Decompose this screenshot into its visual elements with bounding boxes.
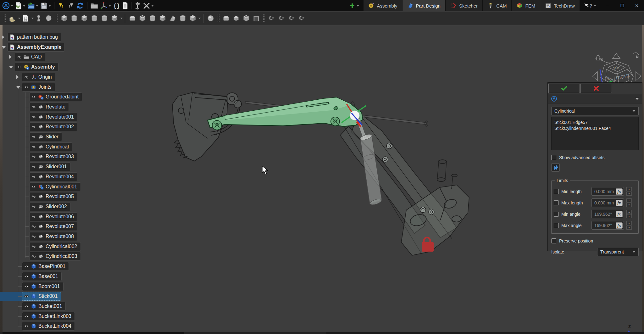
maximize-button[interactable]: ❐ [615, 0, 630, 11]
toolbar-grip[interactable] [55, 14, 58, 22]
checkbox-icon[interactable] [551, 155, 556, 160]
tree-item-pill[interactable]: Revolute008 [29, 232, 77, 241]
max-length-checkbox[interactable] [554, 200, 559, 205]
tree-item-pill[interactable]: Boom001 [22, 282, 64, 291]
tree-item-slider[interactable]: Slider [0, 132, 145, 142]
max-length-spinner[interactable]: ▲▼ [626, 198, 632, 207]
open-document-button[interactable] [26, 1, 39, 10]
tree-item-pill[interactable]: Origin [22, 73, 55, 81]
tree-item-cylindrical001[interactable]: Cylindrical001 [0, 182, 145, 192]
tree-item-pill[interactable]: Base001 [22, 272, 62, 281]
tree-item-pill[interactable]: Revolute006 [29, 212, 77, 221]
tab-fem[interactable]: FEM [512, 0, 540, 11]
tree-item-pill[interactable]: Revolute001 [29, 113, 77, 121]
tree-item-cad[interactable]: CAD [0, 52, 145, 62]
tree-item-pill[interactable]: Slider002 [29, 202, 70, 211]
isolate-select[interactable]: Transparent [597, 248, 639, 256]
pocket-button[interactable] [127, 13, 137, 24]
groove-button[interactable] [147, 13, 158, 24]
tree-item-pill[interactable]: Bucket001 [22, 302, 66, 311]
tree-item-pill[interactable]: Slider001 [29, 162, 70, 171]
tree-item-pill[interactable]: Revolute007 [29, 222, 77, 231]
expand--arrow-icon[interactable] [9, 55, 12, 59]
cancel-button[interactable] [580, 84, 612, 93]
tree-item-revolute006[interactable]: Revolute006 [0, 212, 145, 222]
macro-button[interactable]: {} [112, 1, 121, 10]
tree-item-basepin001[interactable]: BasePin001 [0, 262, 145, 271]
boom-part[interactable] [340, 112, 469, 255]
expand-collapse-arrow-icon[interactable] [2, 46, 6, 49]
tab-sketcher[interactable]: Sketcher [446, 0, 483, 11]
fillet-button[interactable] [221, 13, 231, 24]
tree-item-pill[interactable]: CAD [15, 53, 45, 61]
tree-item-cylindrical003[interactable]: Cylindrical003 [0, 252, 145, 261]
tree-item-cylindrical002[interactable]: Cylindrical002 [0, 242, 145, 252]
tree-item-stick001[interactable]: Stick001 [0, 292, 145, 301]
tree-item-pill[interactable]: Stick001 [22, 292, 61, 301]
tree-item-pill[interactable]: BucketLink004 [22, 322, 75, 331]
expression-fx-icon[interactable]: fx [616, 200, 623, 206]
boolean-button[interactable] [206, 13, 216, 24]
subtractive-helix-button[interactable] [178, 13, 188, 24]
undo-button[interactable] [57, 1, 66, 10]
thickness-button[interactable] [251, 13, 261, 24]
min-angle-spinner[interactable]: ▲▼ [626, 210, 632, 218]
shape-binder-button[interactable] [44, 13, 54, 24]
attach-sketch-button[interactable] [34, 13, 44, 24]
additive-loft-button[interactable] [79, 13, 89, 24]
tree-item-pattern-button-bug[interactable]: pattern button bug [0, 32, 145, 42]
freecad-logo-button[interactable] [1, 1, 14, 10]
save-document-button[interactable] [39, 1, 52, 10]
refresh-button[interactable] [75, 1, 85, 10]
tree-item-assembly[interactable]: Assembly [0, 62, 145, 72]
tree-item-pill[interactable]: Revolute005 [29, 192, 77, 201]
close-button[interactable]: ✕ [630, 0, 644, 11]
collapse-chevron-icon[interactable] [635, 98, 639, 100]
multitransform-button[interactable] [297, 13, 307, 24]
reference-item[interactable]: StickCylinderInner001.Face4 [554, 125, 636, 131]
tree-item-revolute005[interactable]: Revolute005 [0, 192, 145, 202]
tree-item-joints[interactable]: Joints [0, 82, 145, 92]
tree-item-pill[interactable]: Revolute [29, 103, 69, 111]
tree-item-revolute003[interactable]: Revolute003 [0, 152, 145, 162]
expand--arrow-icon[interactable] [16, 75, 19, 79]
linear-pattern-button[interactable] [277, 13, 287, 24]
pad-button[interactable] [59, 13, 69, 24]
max-angle-input[interactable]: 169.962° fx [591, 221, 624, 230]
tree-item-pill[interactable]: Cylindrical [29, 142, 72, 151]
tree-item-revolute[interactable]: Revolute [0, 102, 145, 112]
tree-item-revolute001[interactable]: Revolute001 [0, 112, 145, 122]
chamfer-button[interactable] [231, 13, 241, 24]
min-angle-input[interactable]: 169.962° fx [591, 210, 624, 218]
checkbox-icon[interactable] [551, 238, 556, 243]
tree-item-pill[interactable]: Cylindrical001 [29, 182, 81, 191]
tree-item-bucket001[interactable]: Bucket001 [0, 302, 145, 311]
min-angle-checkbox[interactable] [554, 212, 559, 217]
tree-item-bucketlink004[interactable]: BucketLink004 [0, 321, 145, 331]
reverse-direction-button[interactable] [551, 163, 560, 172]
min-length-spinner[interactable]: ▲▼ [626, 187, 632, 196]
tree-item-pill[interactable]: Assembly [15, 63, 58, 71]
tree-item-pill[interactable]: AssemblyExample [8, 43, 65, 52]
additive-primitive-button[interactable] [109, 13, 123, 24]
minimize-button[interactable]: ─ [601, 0, 615, 11]
draft-button[interactable] [241, 13, 251, 24]
tree-item-pill[interactable]: Revolute003 [29, 152, 77, 161]
tree-item-revolute004[interactable]: Revolute004 [0, 172, 145, 182]
toolbar-grip[interactable] [3, 14, 6, 22]
tree-item-revolute008[interactable]: Revolute008 [0, 232, 145, 242]
additive-pipe-button[interactable] [89, 13, 99, 24]
folder-button[interactable] [90, 1, 99, 10]
ok-button[interactable] [548, 84, 580, 93]
max-angle-spinner[interactable]: ▲▼ [626, 221, 632, 230]
tree-item-pill[interactable]: pattern button bug [8, 33, 61, 42]
tools-button[interactable] [142, 1, 155, 10]
tree-item-base001[interactable]: Base001 [0, 272, 145, 281]
additive-helix-button[interactable] [99, 13, 109, 24]
create-sketch-button[interactable] [20, 13, 34, 24]
joint-references-list[interactable]: Stick001.Edge57 StickCylinderInner001.Fa… [551, 117, 639, 150]
min-length-input[interactable]: 0.000 mm fx [591, 187, 624, 196]
tree-item-revolute007[interactable]: Revolute007 [0, 222, 145, 231]
preserve-position-row[interactable]: Preserve position [551, 238, 639, 243]
tree-item-pill[interactable]: BucketLink003 [22, 312, 75, 321]
